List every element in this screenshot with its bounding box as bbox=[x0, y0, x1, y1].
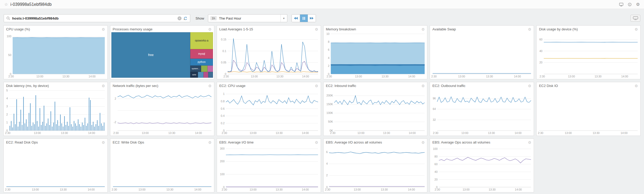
widget-header: Network traffic (bytes per sec) ⚙ bbox=[110, 82, 214, 88]
widget-memory-breakdown[interactable]: Memory breakdown ⚙ 02468102:3013:0013:30… bbox=[323, 25, 428, 79]
treemap-block-sshd[interactable]: sshd bbox=[190, 72, 198, 78]
svg-text:100: 100 bbox=[7, 35, 11, 38]
widget-gear-icon[interactable]: ⚙ bbox=[315, 27, 318, 31]
treemap-block-item[interactable] bbox=[208, 72, 213, 78]
widget-available-swap[interactable]: Available Swap ⚙ 2:3013:0013:3014:00 bbox=[430, 25, 534, 79]
widget-gear-icon[interactable]: ⚙ bbox=[208, 84, 212, 88]
treemap-block-item[interactable] bbox=[203, 72, 208, 78]
svg-text:13:00: 13:00 bbox=[32, 188, 39, 191]
widget-title: Disk latency (ms, by device) bbox=[6, 84, 49, 88]
screen-share-icon[interactable] bbox=[619, 3, 623, 6]
chart-canvas: 01002003002:3013:0013:3014:00 bbox=[217, 145, 320, 192]
widget-gear-icon[interactable]: ⚙ bbox=[528, 141, 532, 144]
widget-ec2-cpu-usage[interactable]: EC2: CPU usage ⚙ 00.20.40.60.812:3013:00… bbox=[217, 82, 321, 136]
widget-title: Available Swap bbox=[432, 27, 456, 31]
svg-text:13:00: 13:00 bbox=[565, 131, 572, 135]
widget-gear-icon[interactable]: ⚙ bbox=[528, 27, 532, 31]
treemap-block-opsworks-a[interactable]: opsworks-a bbox=[190, 32, 213, 49]
info-icon[interactable] bbox=[628, 3, 632, 6]
svg-text:13:00: 13:00 bbox=[250, 131, 256, 135]
chart-canvas: 0K50K100K150K200K2:3013:0013:3014:00 bbox=[324, 88, 427, 135]
svg-text:4: 4 bbox=[326, 162, 328, 165]
clear-search-icon[interactable]: × bbox=[178, 16, 182, 20]
svg-text:13:30: 13:30 bbox=[595, 75, 601, 78]
svg-text:14:00: 14:00 bbox=[302, 131, 309, 135]
widget-header: EC2: Read Disk Ops ⚙ bbox=[4, 139, 107, 145]
widget-gear-icon[interactable]: ⚙ bbox=[421, 84, 425, 88]
widget-grid: CPU usage (%) ⚙ 0501002:3013:0013:3014:0… bbox=[0, 25, 644, 192]
widget-gear-icon[interactable]: ⚙ bbox=[102, 84, 105, 88]
widget-load-averages-1-5-15[interactable]: Load Averages 1-5-15 ⚙ 00.050.10.152:301… bbox=[217, 25, 321, 79]
svg-text:14:00: 14:00 bbox=[194, 188, 201, 191]
widget-disk-latency-ms-by-device[interactable]: Disk latency (ms, by device) ⚙ 0123452:3… bbox=[3, 82, 108, 136]
svg-text:50: 50 bbox=[8, 53, 11, 57]
svg-text:13:00: 13:00 bbox=[34, 131, 41, 135]
settings-gear-icon[interactable]: ⚙ bbox=[636, 2, 640, 7]
svg-text:0.8: 0.8 bbox=[221, 100, 225, 103]
widget-disk-usage-by-device[interactable]: Disk usage by device (%) ⚙ 2040602:3013:… bbox=[536, 25, 641, 79]
search-input[interactable] bbox=[12, 16, 176, 20]
widget-ebs-average-ops-across-all-volumes[interactable]: EBS: Average Ops across all volumes ⚙ 02… bbox=[430, 138, 534, 192]
widget-gear-icon[interactable]: ⚙ bbox=[208, 141, 212, 144]
widget-gear-icon[interactable]: ⚙ bbox=[634, 27, 638, 31]
widget-header: EC2: CPU usage ⚙ bbox=[217, 82, 321, 88]
widget-gear-icon[interactable]: ⚙ bbox=[102, 27, 105, 31]
widget-ec2-inbound-traffic[interactable]: EC2: Inbound traffic ⚙ 0K50K100K150K200K… bbox=[323, 82, 428, 136]
rewind-button[interactable] bbox=[292, 15, 300, 22]
search-box: × bbox=[4, 14, 190, 22]
svg-text:10: 10 bbox=[326, 32, 329, 35]
svg-text:1: 1 bbox=[6, 121, 8, 124]
widget-ec2-disk-io[interactable]: EC2 Disk IO ⚙ 2:3013:0013:3014:00 bbox=[536, 82, 641, 136]
timeframe-select[interactable]: 1h The Past Hour ▾ bbox=[208, 14, 287, 22]
svg-text:0.1: 0.1 bbox=[222, 49, 226, 53]
svg-text:14:00: 14:00 bbox=[621, 75, 628, 78]
treemap-block-python[interactable]: python bbox=[190, 59, 213, 66]
svg-text:2:30: 2:30 bbox=[433, 131, 439, 135]
widget-ec2-read-disk-ops[interactable]: EC2: Read Disk Ops ⚙ 2:3013:0013:3014:00 bbox=[3, 138, 108, 192]
svg-text:2:30: 2:30 bbox=[539, 75, 545, 78]
svg-text:200: 200 bbox=[220, 160, 225, 163]
playback-controls bbox=[292, 14, 316, 22]
widget-ec2-outbound-traffic[interactable]: EC2: Outbound traffic ⚙ 3264962:3013:001… bbox=[430, 82, 534, 136]
refresh-icon[interactable] bbox=[183, 16, 188, 20]
svg-text:2:30: 2:30 bbox=[5, 131, 11, 135]
widget-gear-icon[interactable]: ⚙ bbox=[315, 141, 318, 144]
widget-gear-icon[interactable]: ⚙ bbox=[421, 27, 425, 31]
widget-ebs-average-i-o-time[interactable]: EBS: Average I/O time ⚙ 01002003002:3013… bbox=[217, 138, 321, 192]
widget-network-traffic-bytes-per-sec[interactable]: Network traffic (bytes per sec) ⚙ 2-22:3… bbox=[110, 82, 214, 136]
widget-title: EC2: Inbound traffic bbox=[326, 84, 356, 88]
treemap-block-mysql[interactable]: mysql bbox=[190, 49, 213, 59]
widget-gear-icon[interactable]: ⚙ bbox=[208, 27, 212, 31]
treemap-block-item[interactable] bbox=[207, 66, 213, 72]
widget-ebs-average-i-o-across-all-volumes[interactable]: EBS: Average I/O across all volumes ⚙ 02… bbox=[323, 138, 428, 192]
widget-header: EC2: Outbound traffic ⚙ bbox=[430, 82, 534, 88]
widget-header: EC2: Inbound traffic ⚙ bbox=[324, 82, 427, 88]
widget-gear-icon[interactable]: ⚙ bbox=[634, 84, 638, 88]
widget-ec2-write-disk-ops[interactable]: EC2: Write Disk Ops ⚙ 2:3013:0013:3014:0… bbox=[110, 138, 214, 192]
treemap-block-item[interactable] bbox=[201, 66, 207, 72]
chart-canvas: 2:3013:0013:3014:00 bbox=[430, 32, 533, 78]
widget-cpu-usage[interactable]: CPU usage (%) ⚙ 0501002:3013:0013:3014:0… bbox=[3, 25, 108, 79]
widget-gear-icon[interactable]: ⚙ bbox=[528, 84, 532, 88]
svg-text:13:00: 13:00 bbox=[355, 75, 362, 78]
treemap-block-item[interactable] bbox=[198, 72, 203, 78]
widget-chart: 2:3013:0013:3014:00 bbox=[4, 145, 107, 192]
svg-text:20: 20 bbox=[434, 178, 438, 181]
dashboard-page: ☆ i-039998a51ebf984db ⚙ × Show 1h T bbox=[0, 0, 644, 192]
treemap-block-free[interactable]: free bbox=[111, 32, 191, 78]
svg-text:13:00: 13:00 bbox=[461, 131, 468, 135]
widget-gear-icon[interactable]: ⚙ bbox=[315, 84, 318, 88]
widget-gear-icon[interactable]: ⚙ bbox=[421, 141, 425, 144]
svg-text:40: 40 bbox=[539, 49, 543, 53]
forward-button[interactable] bbox=[308, 15, 316, 22]
pause-button[interactable] bbox=[300, 15, 308, 22]
treemap-block-system...[interactable]: system... bbox=[190, 66, 201, 72]
favorite-star-icon[interactable]: ☆ bbox=[4, 2, 8, 7]
chart-canvas: 3264962:3013:0013:3014:00 bbox=[430, 88, 533, 135]
svg-text:13:30: 13:30 bbox=[276, 75, 283, 78]
widget-processes-memory-usage[interactable]: Processes memory usage ⚙ freeopsworks-am… bbox=[110, 25, 214, 79]
widget-title: Disk usage by device (%) bbox=[539, 27, 578, 31]
svg-text:300: 300 bbox=[220, 147, 225, 150]
tv-mode-button[interactable] bbox=[631, 15, 640, 22]
widget-gear-icon[interactable]: ⚙ bbox=[102, 141, 105, 144]
